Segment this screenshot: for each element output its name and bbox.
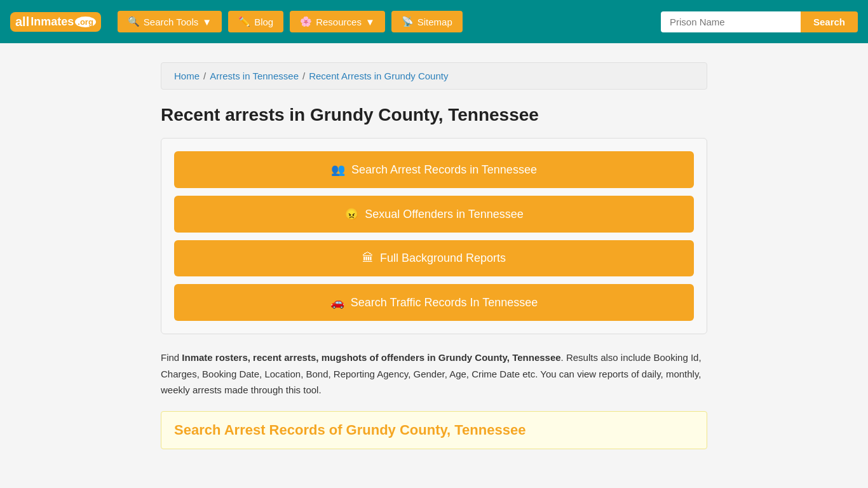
blog-label: Blog (254, 17, 273, 27)
traffic-records-label: Search Traffic Records In Tennessee (351, 296, 538, 309)
breadcrumb-sep-1: / (203, 71, 206, 81)
resources-button[interactable]: 🌸 Resources ▼ (290, 11, 385, 32)
page-title: Recent arrests in Grundy County, Tenness… (161, 105, 707, 125)
resources-chevron-icon: ▼ (365, 17, 375, 27)
section-header-box: Search Arrest Records of Grundy County, … (161, 411, 707, 449)
resources-label: Resources (316, 17, 362, 27)
navbar-search-label: Search (813, 17, 845, 27)
search-arrest-records-label: Search Arrest Records in Tennessee (351, 163, 537, 177)
logo-all-text: all (15, 15, 29, 29)
background-reports-button[interactable]: 🏛 Full Background Reports (174, 240, 694, 276)
search-tools-label: Search Tools (144, 17, 198, 27)
sitemap-button[interactable]: 📡 Sitemap (391, 11, 463, 32)
logo-inmates-text: Inmates (31, 15, 74, 29)
traffic-records-button[interactable]: 🚗 Search Traffic Records In Tennessee (174, 284, 694, 321)
prison-name-input[interactable] (661, 11, 801, 32)
section-header-title: Search Arrest Records of Grundy County, … (174, 422, 694, 438)
description-bold: Inmate rosters, recent arrests, mugshots… (182, 352, 560, 363)
navbar: all Inmates .org 🔍 Search Tools ▼ ✏️ Blo… (0, 0, 868, 43)
breadcrumb-sep-2: / (302, 71, 305, 81)
search-tools-chevron-icon: ▼ (202, 17, 212, 27)
breadcrumb: Home / Arrests in Tennessee / Recent Arr… (174, 71, 694, 81)
search-arrest-records-button[interactable]: 👥 Search Arrest Records in Tennessee (174, 151, 694, 188)
sitemap-label: Sitemap (417, 17, 452, 27)
logo-org-text: .org (75, 17, 96, 27)
background-reports-label: Full Background Reports (380, 252, 506, 265)
description-intro: Find (161, 352, 182, 363)
sitemap-icon: 📡 (402, 16, 414, 27)
navbar-search: Search (661, 11, 858, 32)
breadcrumb-home[interactable]: Home (174, 71, 200, 81)
resources-icon: 🌸 (300, 16, 312, 27)
sexual-offenders-button[interactable]: 😠 Sexual Offenders in Tennessee (174, 196, 694, 233)
breadcrumb-container: Home / Arrests in Tennessee / Recent Arr… (161, 62, 707, 90)
blog-icon: ✏️ (238, 16, 250, 27)
main-content: Home / Arrests in Tennessee / Recent Arr… (148, 62, 720, 449)
logo[interactable]: all Inmates .org (10, 12, 101, 32)
blog-button[interactable]: ✏️ Blog (228, 11, 283, 32)
car-icon: 🚗 (330, 295, 344, 309)
breadcrumb-arrests-tn[interactable]: Arrests in Tennessee (210, 71, 299, 81)
navbar-search-button[interactable]: Search (801, 11, 858, 32)
description: Find Inmate rosters, recent arrests, mug… (161, 349, 707, 398)
sexual-offenders-label: Sexual Offenders in Tennessee (365, 208, 524, 221)
search-tools-icon: 🔍 (128, 16, 140, 27)
people-icon: 👥 (331, 163, 345, 177)
offender-icon: 😠 (344, 207, 358, 221)
building-icon: 🏛 (362, 252, 374, 265)
search-tools-button[interactable]: 🔍 Search Tools ▼ (118, 11, 222, 32)
breadcrumb-current: Recent Arrests in Grundy County (309, 71, 448, 81)
action-buttons-card: 👥 Search Arrest Records in Tennessee 😠 S… (161, 138, 707, 334)
